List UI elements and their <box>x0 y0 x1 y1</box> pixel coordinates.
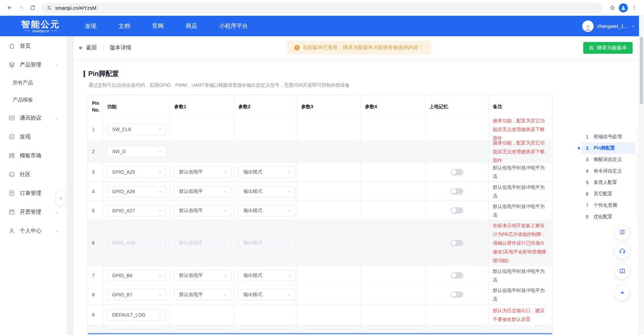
param2-select[interactable]: 输出模式 <box>238 289 295 300</box>
param1-cell: 默认低电平 <box>170 182 234 201</box>
power-memory-toggle[interactable] <box>451 207 463 214</box>
remark-cell: 默认低电平时脉冲电平为高 <box>489 201 553 220</box>
power-memory-toggle[interactable] <box>451 291 463 298</box>
function-select[interactable]: SW_D <box>107 146 166 157</box>
support-button[interactable] <box>615 244 630 259</box>
anchor-item[interactable]: 4命令词自定义 <box>582 165 635 177</box>
sidebar: 首页产品管理所有产品产品模板通讯协议发现模板市场社区订单管理开票管理个人中心 <box>0 36 67 335</box>
header-nav-item[interactable]: 文档 <box>119 22 130 30</box>
sidebar-item[interactable]: 首页 <box>0 37 67 55</box>
param1-select[interactable]: 默认低电平 <box>174 186 231 197</box>
power-memory-toggle[interactable] <box>451 169 463 175</box>
sidebar-collapse-button[interactable]: « <box>56 190 65 206</box>
sidebar-item[interactable]: 通讯协议 <box>0 109 67 127</box>
param4-cell <box>361 285 425 304</box>
browser-forward-icon[interactable] <box>16 3 26 13</box>
table-header-row: Pin No.功能参数1参数2参数3参数4上电记忆备注 <box>88 95 553 118</box>
logo[interactable]: 智能公元 smartpi.cn <box>15 19 66 33</box>
header-nav-item[interactable]: 官网 <box>152 22 164 30</box>
user-menu[interactable]: zhangwei_1... <box>582 20 635 32</box>
sidebar-item[interactable]: 模板市场 <box>0 146 67 165</box>
table-horizontal-scrollbar[interactable] <box>88 333 552 334</box>
browser-reload-icon[interactable] <box>28 3 38 13</box>
anchor-item[interactable]: 7个性化音频 <box>582 200 635 211</box>
quick-menu-button[interactable] <box>615 225 630 240</box>
sidebar-item[interactable]: 发现 <box>0 127 67 146</box>
sidebar-item-label: 发现 <box>20 133 31 140</box>
param1-select[interactable]: 默认低电平 <box>174 237 231 249</box>
function-cell: GPIO_A25 <box>103 163 170 181</box>
param4-cell <box>361 304 425 325</box>
function-select[interactable]: GPIO_A28 <box>107 237 166 249</box>
anchor-item[interactable]: 8优化配置 <box>582 211 635 222</box>
browser-back-icon[interactable] <box>5 3 15 13</box>
browser-profile-icon[interactable] <box>619 3 628 12</box>
inherit-new-version-button[interactable]: 继承为新版本 <box>583 42 633 54</box>
param3-cell <box>297 285 361 304</box>
function-select[interactable]: GPIO_A26 <box>107 186 166 197</box>
power-memory-cell <box>425 201 489 220</box>
param1-select[interactable]: 默认低电平 <box>174 289 231 300</box>
header-nav-item[interactable]: 发现 <box>85 22 96 30</box>
function-select[interactable]: GPIO_A27 <box>107 205 166 216</box>
power-memory-toggle[interactable] <box>451 272 463 279</box>
divider <box>103 45 103 51</box>
logo-text: 智能公元 <box>15 19 66 29</box>
function-select[interactable]: GPIO_B7 <box>107 289 166 300</box>
param2-select[interactable]: 输出模式 <box>238 186 295 197</box>
sidebar-item[interactable]: 社区 <box>0 165 67 184</box>
function-select[interactable]: SW_CLK <box>107 124 166 135</box>
function-select[interactable]: DEFAULT_LOG <box>107 309 166 321</box>
chevron-down-icon <box>55 229 59 233</box>
function-cell: SW_D <box>103 140 170 162</box>
bookmark-star-icon[interactable] <box>607 3 617 13</box>
invoice-icon <box>8 209 15 215</box>
column-header: 参数2 <box>234 95 297 118</box>
select-value: 默认低电平 <box>179 189 203 195</box>
sidebar-item[interactable]: 开票管理 <box>0 203 67 221</box>
header-nav-item[interactable]: 商店 <box>186 22 197 30</box>
anchor-item[interactable]: 5发音人配置 <box>582 177 635 188</box>
remark-cell: 默认为日志输出口，建议不要修改默认设置 <box>489 304 553 325</box>
param2-select[interactable]: 输出模式 <box>238 166 295 178</box>
param2-select[interactable]: 输出模式 <box>238 237 295 249</box>
function-cell: GPIO_A27 <box>103 201 170 220</box>
address-bar[interactable]: smartpi.cn/#/YzsM <box>42 3 603 13</box>
sidebar-subitem[interactable]: 产品模板 <box>0 91 67 109</box>
param2-cell: 输出模式 <box>234 220 297 266</box>
select-value: GPIO_A26 <box>112 189 135 194</box>
anchor-item[interactable]: 6其它配置 <box>582 188 635 200</box>
select-value: SW_CLK <box>112 127 132 132</box>
back-to-top-button[interactable] <box>615 286 630 300</box>
back-button[interactable]: 返回 <box>78 44 97 51</box>
header-nav-item[interactable]: 小程序平台 <box>219 22 248 30</box>
site-settings-icon[interactable] <box>46 5 52 11</box>
anchor-item[interactable]: 3唤醒词自定义 <box>582 154 635 165</box>
anchor-item[interactable]: 1前端信号处理 <box>582 131 635 142</box>
page-scrollbar[interactable] <box>639 16 644 335</box>
anchor-label: Pin脚配置 <box>594 145 615 151</box>
param1-select[interactable]: 默认低电平 <box>174 205 231 216</box>
docs-button[interactable] <box>615 264 630 279</box>
warning-icon: ! <box>294 45 300 50</box>
param2-select[interactable]: 输出模式 <box>238 205 295 216</box>
header-nav: 发现文档官网商店小程序平台 <box>85 22 248 30</box>
param2-select[interactable]: 输出模式 <box>238 270 295 281</box>
user-icon <box>8 227 15 234</box>
param1-select[interactable]: 默认低电平 <box>174 166 231 178</box>
power-memory-toggle[interactable] <box>451 240 463 246</box>
function-select[interactable]: GPIO_B6 <box>107 270 166 281</box>
param2-cell <box>234 304 297 325</box>
function-cell: SW_CLK <box>103 118 170 140</box>
anchor-item[interactable]: 2Pin脚配置 <box>582 142 635 154</box>
browser-menu-icon[interactable] <box>629 3 639 13</box>
power-memory-toggle[interactable] <box>451 188 463 195</box>
sidebar-item[interactable]: 产品管理 <box>0 55 67 74</box>
sidebar-subitem[interactable]: 所有产品 <box>0 74 67 91</box>
chevron-down-icon <box>223 273 228 278</box>
scrollbar-thumb[interactable] <box>640 37 643 104</box>
table-row: 6GPIO_A28默认低电平输出模式在标准示例开发板上被设计为PA芯片使能控制脚… <box>88 220 553 266</box>
param1-select[interactable]: 默认低电平 <box>174 270 231 281</box>
sidebar-item[interactable]: 个人中心 <box>0 221 67 240</box>
function-select[interactable]: GPIO_A25 <box>107 166 166 178</box>
